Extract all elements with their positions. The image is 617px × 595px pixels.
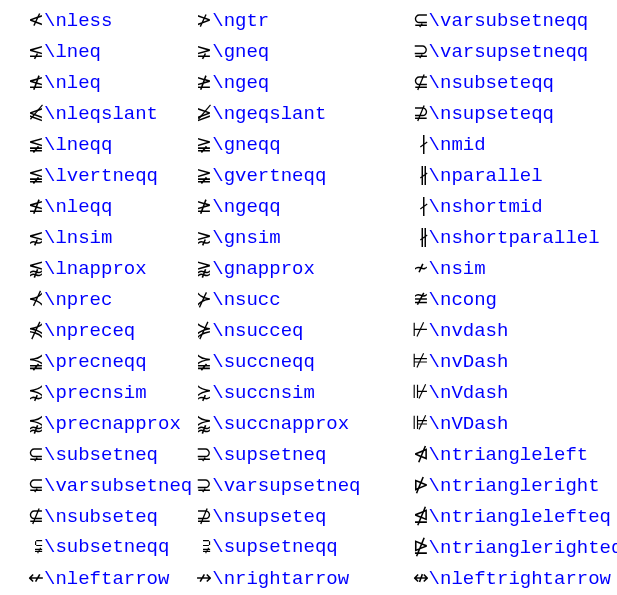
symbol-cell: ⪇\lneq: [8, 35, 176, 66]
math-symbol: ⪈: [178, 39, 212, 62]
symbol-cell: ≨\lneqq: [8, 128, 176, 159]
latex-command: \nparallel: [429, 165, 543, 187]
symbol-cell: ≨\lvertneqq: [8, 159, 176, 190]
latex-command: \ngeq: [212, 72, 269, 94]
latex-command: \nrightarrow: [212, 568, 349, 590]
math-symbol: ≁: [371, 256, 429, 279]
latex-command: \nvdash: [429, 320, 509, 342]
symbol-cell: ⊉\nsupseteq: [176, 500, 368, 531]
latex-command: \ntrianglelefteq: [429, 506, 611, 528]
symbol-cell: ⫋\subsetneqq: [8, 531, 176, 562]
math-symbol: ∤: [371, 194, 429, 217]
math-symbol: ⪶: [178, 349, 212, 372]
symbol-cell: ⩾̸\ngeqslant: [176, 97, 368, 128]
symbol-cell: ⋡\nsucceq: [176, 314, 368, 345]
math-symbol: ∦: [371, 225, 429, 248]
table-row: ⪵\precneqq⪶\succneqq⊭\nvDash: [8, 345, 609, 376]
math-symbol: ↮: [371, 566, 429, 589]
symbol-cell: ≱\ngeq: [176, 66, 368, 97]
latex-command: \nsim: [429, 258, 486, 280]
table-row: ↚\nleftarrow↛\nrightarrow↮\nleftrightarr…: [8, 562, 609, 593]
symbol-cell: ⊀\nprec: [8, 283, 176, 314]
latex-command: \lvertneqq: [44, 165, 158, 187]
math-symbol: ≯: [178, 8, 212, 31]
symbol-cell: ⊁\nsucc: [176, 283, 368, 314]
latex-command: \nsupseteqq: [429, 103, 554, 125]
math-symbol: ∦: [371, 163, 429, 186]
math-symbol: ≇: [371, 287, 429, 310]
symbol-cell: ≰\nleqq: [8, 190, 176, 221]
symbol-cell: ≰\nleq: [8, 66, 176, 97]
symbol-cell: ≇\ncong: [369, 283, 609, 314]
math-symbol: ↛: [178, 566, 212, 589]
symbol-cell: ⋦\lnsim: [8, 221, 176, 252]
symbol-cell: ⊈\nsubseteqq: [369, 66, 609, 97]
symbol-cell: ∤\nmid: [369, 128, 609, 159]
table-row: ≨\lneqq≩\gneqq∤\nmid: [8, 128, 609, 159]
math-symbol: ⊊: [10, 473, 44, 496]
latex-command: \nsucceq: [212, 320, 303, 342]
math-symbol: ≰: [10, 194, 44, 217]
math-symbol: ≨: [10, 132, 44, 155]
table-row: ⪹\precnapprox⪺\succnapprox⊯\nVDash: [8, 407, 609, 438]
latex-command: \nsupseteq: [212, 506, 326, 528]
symbol-cell: ⊋\varsupsetneqq: [369, 35, 609, 66]
latex-command: \supsetneq: [212, 444, 326, 466]
latex-command: \succneqq: [212, 351, 315, 373]
math-symbol: ⋪: [371, 442, 429, 465]
symbol-cell: ∦\nparallel: [369, 159, 609, 190]
math-symbol: ⋨: [10, 380, 44, 403]
math-symbol: ⫌: [178, 535, 212, 557]
latex-command: \nVdash: [429, 382, 509, 404]
math-symbol: ≨: [10, 163, 44, 186]
math-symbol: ∤: [371, 132, 429, 155]
math-symbol: ⊋: [371, 39, 429, 62]
latex-command: \subsetneqq: [44, 536, 169, 558]
math-symbol: ⪇: [10, 39, 44, 62]
math-symbol: ⊀: [10, 287, 44, 310]
table-row: ⪇\lneq⪈\gneq⊋\varsupsetneqq: [8, 35, 609, 66]
table-row: ⪉\lnapprox⪊\gnapprox≁\nsim: [8, 252, 609, 283]
symbol-cell: ∦\nshortparallel: [369, 221, 609, 252]
math-symbol: ≱: [178, 194, 212, 217]
symbol-table: ≮\nless≯\ngtr⊊\varsubsetneqq⪇\lneq⪈\gneq…: [8, 4, 609, 595]
math-symbol: ⊉: [178, 504, 212, 527]
math-symbol: ⩽̸: [10, 101, 44, 124]
latex-command: \gneqq: [212, 134, 280, 156]
symbol-cell: ≯\ngtr: [176, 4, 368, 35]
latex-command: \nleqq: [44, 196, 112, 218]
symbol-cell: ↛\nrightarrow: [176, 562, 368, 593]
latex-command: \npreceq: [44, 320, 135, 342]
latex-command: \nmid: [429, 134, 486, 156]
symbol-cell: ⋭\ntrianglerighteq: [369, 531, 609, 562]
math-symbol: ≩: [178, 163, 212, 186]
symbol-cell: ⋩\succnsim: [176, 376, 368, 407]
latex-command: \nless: [44, 10, 112, 32]
math-symbol: ⊮: [371, 380, 429, 403]
symbol-cell: ⪈\gneq: [176, 35, 368, 66]
math-symbol: ⊈: [10, 504, 44, 527]
table-row: ≰\nleq≱\ngeq⊈\nsubseteqq: [8, 66, 609, 97]
latex-command: \nleftrightarrow: [429, 568, 611, 590]
symbol-cell: ∤\nshortmid: [369, 190, 609, 221]
latex-command: \nleftarrow: [44, 568, 169, 590]
latex-command: \ncong: [429, 289, 497, 311]
symbol-cell: ⊭\nvDash: [369, 345, 609, 376]
table-row: ⋦\lnsim⋧\gnsim∦\nshortparallel: [8, 221, 609, 252]
math-symbol: ⊭: [371, 349, 429, 372]
latex-command: \nvDash: [429, 351, 509, 373]
symbol-cell: ↚\nleftarrow: [8, 562, 176, 593]
latex-command: \ntriangleright: [429, 475, 600, 497]
latex-command: \lneq: [44, 41, 101, 63]
symbol-cell: ⋨\precnsim: [8, 376, 176, 407]
latex-command: \ntrianglerighteq: [429, 537, 617, 559]
symbol-cell: ⊮\nVdash: [369, 376, 609, 407]
latex-command: \nVDash: [429, 413, 509, 435]
table-row: ⊈\nsubseteq⊉\nsupseteq⋬\ntrianglelefteq: [8, 500, 609, 531]
symbol-cell: ≩\gvertneqq: [176, 159, 368, 190]
latex-command: \varsupsetneq: [212, 475, 360, 497]
latex-command: \lnsim: [44, 227, 112, 249]
symbol-cell: ⊊\subsetneq: [8, 438, 176, 469]
math-symbol: ⋠: [10, 318, 44, 341]
table-row: ⫋\subsetneqq⫌\supsetneqq⋭\ntriangleright…: [8, 531, 609, 562]
